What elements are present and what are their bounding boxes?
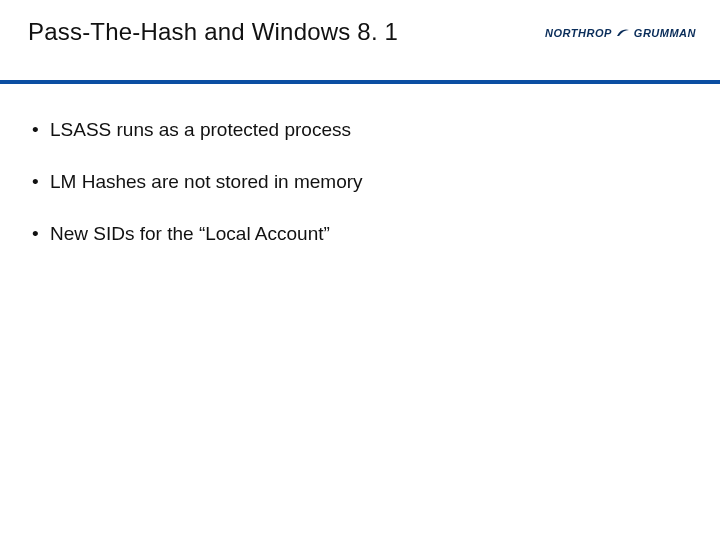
company-logo: NORTHROP GRUMMAN bbox=[545, 24, 696, 42]
slide-content: LSASS runs as a protected process LM Has… bbox=[0, 84, 720, 245]
logo-swoosh-icon bbox=[616, 24, 630, 42]
list-item: LSASS runs as a protected process bbox=[32, 118, 688, 142]
bullet-list: LSASS runs as a protected process LM Has… bbox=[32, 118, 688, 245]
list-item: New SIDs for the “Local Account” bbox=[32, 222, 688, 246]
logo-text-northrop: NORTHROP bbox=[545, 27, 612, 39]
list-item: LM Hashes are not stored in memory bbox=[32, 170, 688, 194]
slide: Pass-The-Hash and Windows 8. 1 NORTHROP … bbox=[0, 0, 720, 540]
logo-text-grumman: GRUMMAN bbox=[634, 27, 696, 39]
slide-header: Pass-The-Hash and Windows 8. 1 NORTHROP … bbox=[0, 0, 720, 80]
